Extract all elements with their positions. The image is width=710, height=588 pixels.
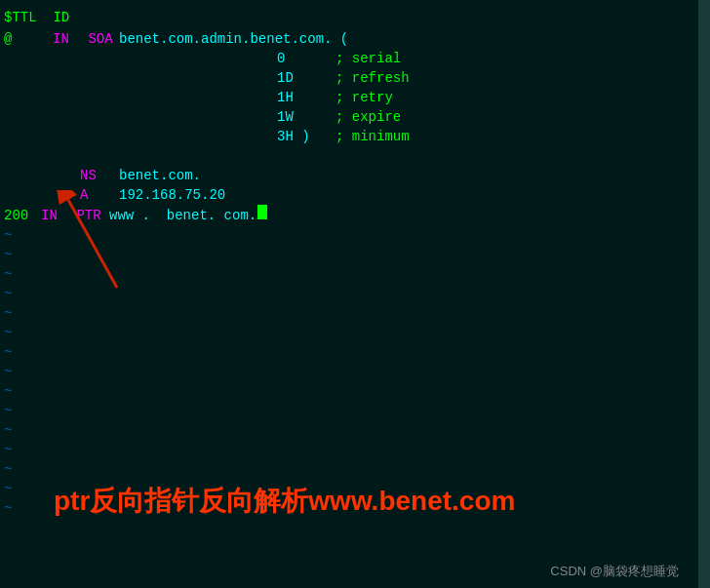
tilde-6: ~	[4, 323, 690, 342]
annotation-text: ptr反向指针反向解析www.benet.com	[54, 483, 515, 520]
ns-data: benet.com.	[119, 166, 201, 185]
cursor	[257, 205, 267, 219]
in-class: IN	[53, 29, 80, 49]
ptr-class: IN	[41, 206, 68, 225]
watermark: CSDN @脑袋疼想睡觉	[550, 563, 679, 580]
minimum-comment: ; minimum	[335, 127, 410, 146]
header-line: $TTL ID	[4, 8, 690, 27]
ptr-data: www . benet. com.	[109, 206, 256, 225]
ptr-ttl: 200	[4, 206, 41, 225]
tilde-8: ~	[4, 362, 690, 381]
a-type: A	[80, 185, 119, 205]
refresh-line: 1D ; refresh	[4, 68, 690, 88]
a-data: 192.168.75.20	[119, 185, 225, 205]
main-container: $TTL ID @ IN SOA benet.com.admin.benet.c…	[0, 0, 710, 588]
terminal-area: $TTL ID @ IN SOA benet.com.admin.benet.c…	[0, 0, 698, 588]
soa-line: @ IN SOA benet.com.admin.benet.com. (	[4, 29, 690, 49]
minimum-line: 3H ) ; minimum	[4, 127, 690, 146]
ttl-label: $TTL	[4, 8, 37, 27]
soa-type: SOA	[80, 29, 119, 49]
ns-line: NS benet.com.	[4, 166, 690, 185]
tilde-12: ~	[4, 440, 690, 459]
serial-line: 0 ; serial	[4, 49, 690, 68]
retry-value: 1H	[277, 88, 335, 107]
tilde-10: ~	[4, 401, 690, 420]
tilde-5: ~	[4, 303, 690, 323]
tilde-7: ~	[4, 342, 690, 362]
serial-comment: ; serial	[335, 49, 401, 68]
id-label: ID	[53, 8, 69, 27]
tilde-11: ~	[4, 420, 690, 440]
ns-type: NS	[80, 166, 119, 185]
tilde-1: ~	[4, 225, 690, 245]
expire-value: 1W	[277, 107, 335, 127]
ptr-type: PTR	[68, 206, 109, 225]
refresh-comment: ; refresh	[335, 68, 410, 88]
at-symbol: @	[4, 29, 23, 49]
retry-line: 1H ; retry	[4, 88, 690, 107]
expire-line: 1W ; expire	[4, 107, 690, 127]
soa-data: benet.com.admin.benet.com. (	[119, 29, 348, 49]
refresh-value: 1D	[277, 68, 335, 88]
tilde-3: ~	[4, 264, 690, 284]
space1	[37, 8, 54, 27]
tilde-13: ~	[4, 459, 690, 479]
space2	[23, 29, 53, 49]
empty-line-1	[4, 146, 690, 166]
minimum-value: 3H )	[277, 127, 335, 146]
ptr-line: 200 IN PTR www . benet. com.	[4, 205, 690, 225]
a-line: A 192.168.75.20	[4, 185, 690, 205]
retry-comment: ; retry	[335, 88, 393, 107]
tilde-4: ~	[4, 284, 690, 303]
scrollbar[interactable]	[698, 0, 710, 588]
serial-value: 0	[277, 49, 335, 68]
expire-comment: ; expire	[335, 107, 401, 127]
tilde-9: ~	[4, 381, 690, 401]
tilde-2: ~	[4, 245, 690, 264]
